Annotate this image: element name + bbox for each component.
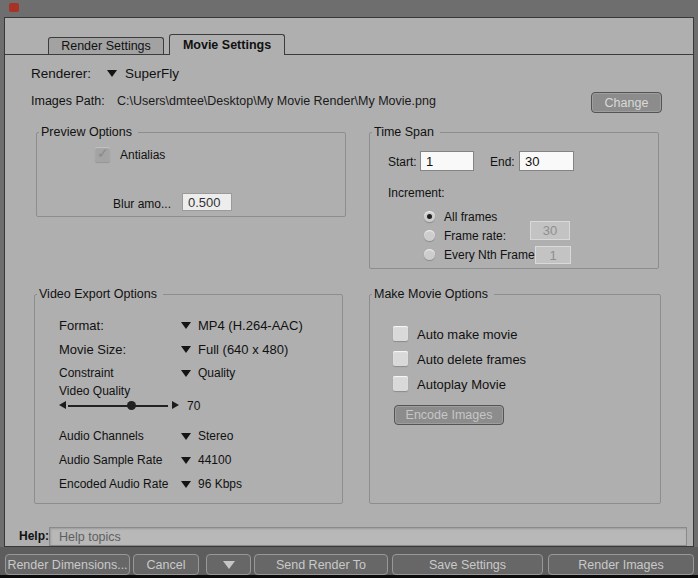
blur-amount-label: Blur amo... [113, 197, 171, 211]
window-titlebar [0, 0, 698, 17]
radio-every-nth-frame[interactable] [424, 249, 435, 260]
tab-movie-settings[interactable]: Movie Settings [169, 34, 285, 55]
make-movie-options-title: Make Movie Options [372, 287, 494, 301]
slider-right-arrow-icon[interactable] [172, 401, 179, 409]
change-path-button[interactable]: Change [591, 92, 662, 113]
slider-handle[interactable] [127, 401, 136, 410]
radio-every-nth-frame-label[interactable]: Every Nth Frame: [444, 248, 538, 262]
renderer-label: Renderer: [31, 66, 91, 81]
auto-make-movie-label[interactable]: Auto make movie [417, 327, 517, 342]
movie-size-value[interactable]: Full (640 x 480) [198, 342, 288, 357]
radio-frame-rate[interactable] [424, 230, 435, 241]
render-dimensions-button[interactable]: Render Dimensions... [5, 554, 130, 575]
auto-delete-frames-checkbox[interactable] [393, 351, 408, 366]
autoplay-movie-checkbox[interactable] [393, 376, 408, 391]
auto-delete-frames-label[interactable]: Auto delete frames [417, 352, 526, 367]
autoplay-movie-label[interactable]: Autoplay Movie [417, 377, 506, 392]
send-render-dropdown-button[interactable] [206, 554, 251, 575]
video-export-options-group: Video Export Options Format: MP4 (H.264-… [34, 294, 343, 504]
time-span-title: Time Span [372, 125, 440, 139]
slider-left-arrow-icon[interactable] [59, 401, 66, 409]
audio-channels-label: Audio Channels [59, 429, 144, 443]
video-quality-label: Video Quality [59, 384, 130, 398]
tab-render-settings[interactable]: Render Settings [48, 37, 164, 54]
constraint-value[interactable]: Quality [198, 366, 235, 380]
encoded-audio-rate-dropdown-arrow-icon[interactable] [181, 481, 191, 488]
movie-settings-window: Render Settings Movie Settings Renderer:… [0, 0, 698, 578]
end-frame-input[interactable] [519, 151, 574, 171]
make-movie-options-group: Make Movie Options Auto make movie Auto … [369, 294, 661, 504]
preview-options-title: Preview Options [39, 125, 138, 139]
format-value[interactable]: MP4 (H.264-AAC) [198, 318, 303, 333]
renderer-dropdown-arrow-icon[interactable] [107, 70, 117, 77]
blur-amount-input[interactable] [182, 193, 232, 211]
antialias-checkbox: ✓ [95, 147, 110, 162]
constraint-dropdown-arrow-icon[interactable] [181, 370, 191, 377]
render-settings-dialog: Render Settings Movie Settings Renderer:… [4, 17, 694, 547]
video-quality-slider[interactable] [59, 400, 179, 412]
movie-size-dropdown-arrow-icon[interactable] [181, 346, 191, 353]
start-label: Start: [388, 155, 417, 169]
preview-options-group: Preview Options ✓ Antialias Blur amo... [36, 132, 346, 217]
movie-size-label: Movie Size: [59, 342, 126, 357]
auto-make-movie-checkbox[interactable] [393, 326, 408, 341]
help-label: Help: [19, 529, 49, 543]
encoded-audio-rate-label: Encoded Audio Rate [59, 477, 168, 491]
render-images-button[interactable]: Render Images [548, 554, 694, 575]
start-frame-input[interactable] [420, 151, 474, 171]
check-icon: ✓ [97, 145, 109, 161]
format-dropdown-arrow-icon[interactable] [181, 322, 191, 329]
frame-rate-input [530, 221, 570, 240]
time-span-group: Time Span Start: End: Increment: All fra… [369, 132, 659, 269]
encode-images-button[interactable]: Encode Images [394, 405, 504, 425]
audio-channels-dropdown-arrow-icon[interactable] [181, 433, 191, 440]
radio-all-frames-label[interactable]: All frames [444, 210, 497, 224]
save-settings-button[interactable]: Save Settings [392, 554, 543, 575]
audio-channels-value[interactable]: Stereo [198, 429, 233, 443]
constraint-label: Constraint [59, 366, 114, 380]
movie-size-row: Movie Size: Full (640 x 480) [35, 342, 342, 358]
audio-sample-rate-label: Audio Sample Rate [59, 453, 162, 467]
format-label: Format: [59, 318, 104, 333]
renderer-value[interactable]: SuperFly [125, 66, 179, 81]
audio-channels-row: Audio Channels Stereo [35, 429, 342, 445]
antialias-label: Antialias [120, 148, 165, 162]
send-render-to-button[interactable]: Send Render To [254, 554, 388, 575]
format-row: Format: MP4 (H.264-AAC) [35, 318, 342, 334]
footer-button-bar: Render Dimensions... Cancel Send Render … [0, 547, 698, 575]
slider-track[interactable] [68, 405, 168, 407]
increment-label: Increment: [388, 186, 445, 200]
encoded-audio-rate-value[interactable]: 96 Kbps [198, 477, 242, 491]
audio-sample-rate-value[interactable]: 44100 [198, 453, 231, 467]
radio-frame-rate-label[interactable]: Frame rate: [444, 229, 506, 243]
audio-sample-rate-dropdown-arrow-icon[interactable] [181, 457, 191, 464]
help-topics-field[interactable] [49, 527, 687, 546]
video-quality-value: 70 [187, 399, 200, 413]
images-path-label: Images Path: [31, 94, 105, 108]
audio-sample-rate-row: Audio Sample Rate 44100 [35, 453, 342, 469]
constraint-row: Constraint Quality [35, 366, 342, 382]
nth-frame-input [535, 246, 571, 264]
encoded-audio-rate-row: Encoded Audio Rate 96 Kbps [35, 477, 342, 493]
end-label: End: [490, 155, 515, 169]
radio-all-frames[interactable] [424, 211, 435, 222]
app-icon[interactable] [9, 3, 19, 12]
cancel-button[interactable]: Cancel [133, 554, 199, 575]
images-path-value: C:\Users\dmtee\Desktop\My Movie Render\M… [117, 94, 436, 108]
video-export-options-title: Video Export Options [37, 287, 163, 301]
send-render-dropdown-arrow-icon [223, 561, 235, 569]
